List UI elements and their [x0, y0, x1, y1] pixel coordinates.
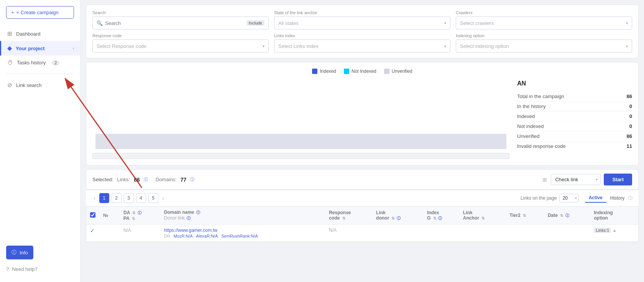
domains-info-icon[interactable]: ⓘ	[190, 177, 194, 182]
da-info-icon[interactable]: ⓘ	[138, 211, 141, 215]
stat-history-value: 0	[629, 103, 632, 109]
dashboard-icon: ⊞	[7, 30, 12, 37]
index-g-info-icon[interactable]: ⓘ	[438, 216, 442, 220]
state-select[interactable]: All states ▾	[274, 16, 450, 30]
index-g-sort-icon[interactable]: ⇅	[433, 216, 436, 220]
sidebar-item-link-search[interactable]: ⊘ Link search	[0, 78, 80, 92]
chevron-down-icon-3: ▾	[263, 44, 264, 48]
th-index-g: Index G ⇅ ⓘ	[423, 207, 459, 225]
response-code-select-value: Select Response code	[97, 43, 146, 49]
prev-page-button[interactable]: ‹	[92, 195, 97, 201]
check-link-select[interactable]: Check link	[551, 174, 601, 185]
stat-total: Total in the campaign 86	[517, 92, 632, 102]
link-donor-info-icon[interactable]: ⓘ	[397, 216, 401, 220]
links-label: Links:	[117, 177, 130, 182]
link-anchor-sort-icon[interactable]: ⇅	[481, 216, 485, 220]
links-on-page-label: Links on the page	[521, 195, 557, 201]
main-content: Search 🔍 Include State of the link ancho…	[80, 0, 644, 282]
row-response-code: N/A	[325, 225, 372, 242]
stat-total-value: 86	[627, 93, 632, 99]
sidebar-item-tasks-history[interactable]: ⏱ Tasks history 2	[0, 56, 80, 70]
alexa-value: AlexaR:N/A	[196, 234, 218, 238]
date-sort-icon[interactable]: ⇅	[560, 213, 563, 218]
action-icon: ⊞	[542, 177, 547, 183]
next-page-button[interactable]: ›	[161, 195, 166, 201]
links-on-page: Links on the page 20 50 100 ▾	[521, 194, 579, 202]
need-help-label: Need help?	[12, 266, 38, 272]
legend-indexed-label: Indexed	[320, 69, 336, 74]
table-wrap: № DA ⇅ ⓘ PA ⇅ Domain name ⓘ Donor	[86, 207, 639, 242]
da-pa-label: DA	[123, 210, 130, 215]
include-badge[interactable]: Include	[246, 20, 264, 26]
date-info-icon[interactable]: ⓘ	[565, 213, 569, 218]
links-info-icon[interactable]: ⓘ	[144, 177, 148, 182]
pa-sort-icon[interactable]: ⇅	[132, 216, 135, 221]
question-icon: ?	[6, 266, 9, 272]
page-4-button[interactable]: 4	[136, 193, 146, 203]
indexing-option-label: Indexing option	[456, 33, 632, 38]
dr-label: DR	[164, 234, 170, 238]
info-button[interactable]: ⓘ Info	[6, 246, 33, 259]
response-code-select[interactable]: Select Response code ▾	[92, 39, 269, 52]
response-code-label2: code	[329, 215, 340, 221]
sidebar-item-dashboard[interactable]: ⊞ Dashboard	[0, 26, 80, 41]
da-sort-icon[interactable]: ⇅	[132, 211, 135, 215]
chart-content: AN Total in the campaign 86 In the histo…	[92, 80, 632, 159]
sidebar-divider	[6, 74, 74, 74]
sidebar-item-your-project[interactable]: ◈ Your project ›	[0, 41, 80, 56]
sidebar: + + Create campaign ⊞ Dashboard ◈ Your p…	[0, 0, 80, 282]
info-icon: ⓘ	[12, 249, 16, 256]
domain-link[interactable]: https://www.gamer.com.tw	[164, 228, 217, 233]
page-3-button[interactable]: 3	[124, 193, 134, 203]
need-help-link[interactable]: ? Need help?	[0, 262, 80, 276]
chart-scrollbar[interactable]	[92, 153, 509, 159]
row-date	[544, 225, 590, 242]
donor-info-icon[interactable]: ⓘ	[187, 216, 191, 220]
create-campaign-button[interactable]: + + Create campaign	[6, 6, 74, 19]
tier2-sort-icon[interactable]: ⇅	[523, 213, 526, 218]
link-donor-sort-icon[interactable]: ⇅	[391, 216, 394, 220]
page-5-button[interactable]: 5	[148, 193, 158, 203]
links-per-page-select[interactable]: 20 50 100	[559, 194, 579, 202]
donor-link-label: Donor link	[164, 215, 185, 221]
state-filter-group: State of the link anchor All states ▾	[274, 10, 450, 30]
stat-invalid-label: Invalid response code	[517, 143, 565, 149]
links-badge: Links:1	[594, 228, 611, 233]
th-response-code: Response code ⇅	[325, 207, 372, 225]
indexed-dot	[312, 69, 317, 74]
start-button[interactable]: Start	[604, 174, 632, 185]
search-label: Search	[92, 10, 269, 15]
select-all-checkbox[interactable]	[90, 212, 95, 218]
indexing-option-select[interactable]: Select indexing option ▾	[456, 39, 632, 52]
index-g-label: Index	[427, 210, 439, 215]
search-input[interactable]	[105, 20, 244, 26]
selected-bar: Selected: Links: 86 ⓘ Domains: 77 ⓘ ⊞ Ch…	[86, 169, 639, 190]
info-btn-label: Info	[20, 250, 28, 256]
expand-icon[interactable]: ▲	[612, 228, 616, 233]
crawlers-select[interactable]: Select crawlers ▾	[456, 16, 632, 30]
search-input-wrap[interactable]: 🔍 Include	[92, 16, 269, 30]
row-checked-icon[interactable]: ✓	[90, 228, 95, 234]
stat-history: In the history 0	[517, 102, 632, 111]
chevron-down-icon-5: ▾	[626, 44, 628, 48]
th-no: №	[99, 207, 120, 225]
tab-info-icon: ⓘ	[628, 195, 632, 201]
domain-info-icon[interactable]: ⓘ	[196, 210, 200, 215]
th-indexing-option: Indexing option	[590, 207, 638, 225]
stat-unverified-label: Unverified	[517, 133, 540, 139]
link-donor-label: Link	[376, 210, 386, 215]
th-checkbox	[86, 207, 99, 225]
links-index-label: Links index	[274, 33, 450, 38]
page-1-button[interactable]: 1	[99, 193, 109, 203]
th-link-anchor: Link Anchor ⇅	[459, 207, 506, 225]
active-history-tabs: Active History ⓘ	[585, 193, 632, 203]
active-tab[interactable]: Active	[585, 193, 606, 203]
response-sort-icon[interactable]: ⇅	[342, 216, 345, 220]
indexing-option-filter-group: Indexing option Select indexing option ▾	[456, 33, 632, 52]
create-campaign-label: + Create campaign	[16, 10, 59, 15]
links-index-select[interactable]: Select Links index ▾	[274, 39, 450, 52]
history-tab[interactable]: History	[606, 194, 628, 202]
link-meta: DR MozR:N/A AlexaR:N/A SemRushRank:N/A	[164, 234, 321, 238]
sidebar-item-label: Your project	[16, 46, 45, 51]
page-2-button[interactable]: 2	[112, 193, 122, 203]
